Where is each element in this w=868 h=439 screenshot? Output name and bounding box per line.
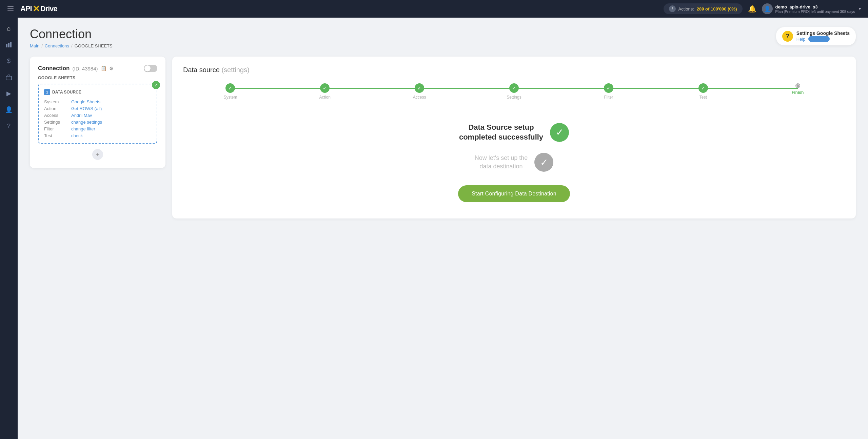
svg-rect-1 (8, 43, 9, 47)
user-menu[interactable]: 👤 demo_apix-drive_s3 Plan |Premium PRO| … (762, 3, 862, 14)
connection-toggle[interactable] (144, 65, 157, 72)
connection-header: Connection (ID: 43984) 📋 ⚙ (38, 65, 157, 72)
success-text-main: Data Source setupcompleted successfully (459, 123, 543, 142)
step-circle-system: ✓ (225, 83, 235, 93)
help-links: Help ▶ Video (796, 36, 850, 42)
right-panel: Data source (settings) ✓ System ✓ Action… (172, 57, 856, 218)
success-row-secondary: Now let's set up thedata destination ✓ (475, 153, 554, 172)
row-label-settings: Settings (44, 120, 71, 125)
check-circle-green: ✓ (550, 123, 569, 142)
table-row: Filter change filter (44, 126, 151, 131)
settings-icon[interactable]: ⚙ (109, 66, 114, 71)
breadcrumb: Main / Connections / GOOGLE SHEETS (30, 43, 113, 48)
breadcrumb-sep2: / (71, 43, 73, 48)
section-label: GOOGLE SHEETS (38, 76, 157, 80)
row-label-test: Test (44, 133, 71, 138)
page-header: Connection Main / Connections / GOOGLE S… (30, 27, 856, 48)
breadcrumb-main[interactable]: Main (30, 43, 39, 48)
step-circle-settings: ✓ (509, 83, 519, 93)
step-system: ✓ System (183, 83, 278, 100)
breadcrumb-sep1: / (41, 43, 43, 48)
step-access: ✓ Access (372, 83, 467, 100)
svg-rect-0 (6, 44, 7, 47)
step-label-test: Test (699, 95, 707, 100)
copy-icon[interactable]: 📋 (101, 66, 106, 71)
hamburger-menu[interactable] (6, 5, 15, 13)
help-text: Settings Google Sheets Help ▶ Video (796, 30, 850, 42)
topnav: API✕Drive i Actions: 289 of 100'000 (0%)… (0, 0, 868, 18)
row-value-filter[interactable]: change filter (71, 126, 95, 131)
connection-name: Connection (38, 65, 70, 72)
info-icon: i (669, 5, 676, 12)
add-btn-wrapper: + (38, 149, 157, 160)
table-row: Action Get ROWS (all) (44, 106, 151, 111)
help-link[interactable]: Help (796, 37, 806, 42)
sidebar-item-home[interactable]: ⌂ (2, 22, 16, 35)
row-value-system[interactable]: Google Sheets (71, 99, 100, 104)
title-main: Data source (183, 66, 220, 74)
breadcrumb-connections[interactable]: Connections (45, 43, 69, 48)
title-settings: (settings) (221, 66, 249, 74)
datasource-badge: 1 DATA SOURCE (44, 89, 151, 95)
sidebar-item-play[interactable]: ▶ (2, 87, 16, 100)
table-row: System Google Sheets (44, 99, 151, 104)
bell-icon[interactable]: 🔔 (748, 5, 756, 13)
sidebar-item-billing[interactable]: $ (2, 54, 16, 68)
left-panel: Connection (ID: 43984) 📋 ⚙ GOOGLE SHEETS… (30, 57, 165, 168)
plan-info: Plan |Premium PRO| left until payment 30… (775, 9, 855, 14)
row-label-system: System (44, 99, 71, 104)
video-link[interactable]: ▶ Video (808, 36, 830, 42)
row-value-settings[interactable]: change settings (71, 120, 102, 125)
success-row-main: Data Source setupcompleted successfully … (459, 123, 569, 142)
logo-drive-text: Drive (40, 4, 57, 13)
step-action: ✓ Action (278, 83, 372, 100)
two-col-layout: Connection (ID: 43984) 📋 ⚙ GOOGLE SHEETS… (30, 57, 856, 218)
help-question-icon: ? (782, 31, 793, 42)
actions-label: Actions: (678, 6, 694, 12)
sidebar-item-diagram[interactable] (2, 38, 16, 51)
row-value-access[interactable]: Andrii Mav (71, 113, 92, 118)
check-circle-gray: ✓ (534, 153, 553, 172)
step-circle-test: ✓ (698, 83, 708, 93)
row-value-action[interactable]: Get ROWS (all) (71, 106, 102, 111)
page-title-group: Connection Main / Connections / GOOGLE S… (30, 27, 113, 48)
badge-number: 1 (44, 89, 50, 95)
step-circle-action: ✓ (320, 83, 330, 93)
logo: API✕Drive (20, 4, 57, 14)
start-configuring-button[interactable]: Start Configuring Data Destination (458, 185, 570, 202)
step-filter: ✓ Filter (561, 83, 656, 100)
step-label-access: Access (413, 95, 426, 100)
toggle-knob (144, 65, 151, 71)
help-widget: ? Settings Google Sheets Help ▶ Video (776, 27, 856, 45)
add-datasource-button[interactable]: + (92, 149, 103, 160)
video-icon: ▶ (812, 37, 815, 41)
datasource-check-icon: ✓ (152, 81, 160, 89)
datasource-settings-title: Data source (settings) (183, 66, 845, 74)
video-label: Video (816, 37, 826, 41)
content-area: Connection Main / Connections / GOOGLE S… (18, 18, 868, 439)
step-label-finish: Finish (792, 90, 804, 95)
step-label-action: Action (319, 95, 331, 100)
sidebar-item-help[interactable]: ? (2, 119, 16, 133)
logo-x-text: ✕ (33, 4, 40, 14)
page-title: Connection (30, 27, 113, 41)
step-label-system: System (223, 95, 237, 100)
step-finish: Finish (750, 83, 845, 95)
row-value-test[interactable]: check (71, 133, 83, 138)
svg-rect-2 (10, 42, 12, 47)
table-row: Settings change settings (44, 120, 151, 125)
main-layout: ⌂ $ ▶ 👤 ? Connection Main (0, 18, 868, 439)
chevron-down-icon: ▼ (858, 6, 862, 11)
step-settings: ✓ Settings (467, 83, 561, 100)
sidebar-item-user[interactable]: 👤 (2, 103, 16, 117)
connection-id: (ID: 43984) (73, 66, 98, 71)
sidebar: ⌂ $ ▶ 👤 ? (0, 18, 18, 439)
logo-api-text: API (20, 4, 32, 13)
sidebar-item-briefcase[interactable] (2, 70, 16, 84)
step-label-settings: Settings (507, 95, 521, 100)
svg-rect-3 (6, 76, 12, 80)
actions-count: 289 of 100'000 (0%) (697, 6, 737, 12)
step-test: ✓ Test (656, 83, 750, 100)
datasource-rows: System Google Sheets Action Get ROWS (al… (44, 99, 151, 138)
avatar: 👤 (762, 3, 773, 14)
